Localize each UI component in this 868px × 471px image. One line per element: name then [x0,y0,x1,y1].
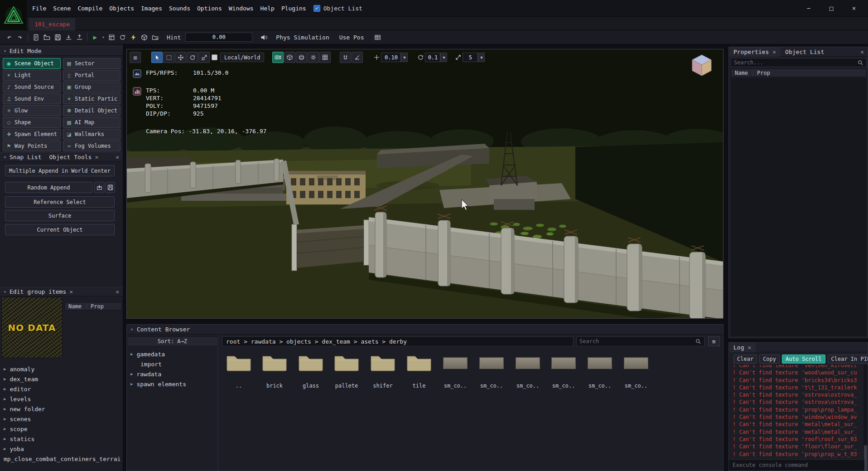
expand-arrow-icon[interactable]: ▶ [4,437,6,441]
sort-header[interactable]: Sort: A→Z [127,336,218,346]
cb-tree-item-gamedata[interactable]: ▶gamedata [127,349,218,359]
content-browser-header[interactable]: ▾ Content Browser [127,325,723,335]
edit-mode-ai-map-button[interactable]: ▩AI Map [63,117,121,128]
log-entries[interactable]: ! Can't find texture 'ven\ven_kirovett !… [733,365,864,458]
rect-select-tool-button[interactable] [163,52,174,63]
edit-mode-shape-button[interactable]: ◇Shape [3,117,61,128]
tab-properties[interactable]: Properties× [729,47,781,57]
tab-close-icon[interactable]: × [772,49,776,55]
save-scene-button[interactable] [52,32,63,43]
cb-tree-item-rawdata[interactable]: ▶rawdata [127,369,218,379]
asset-item[interactable]: sm_co.. [475,349,508,389]
close-button[interactable]: × [845,2,863,14]
use-pos-toggle[interactable]: Use Pos [339,34,364,41]
folder-item-shifer[interactable]: shifer [366,349,400,389]
tree-item-levels[interactable]: ▶levels [0,394,123,404]
play-simulation-button[interactable]: ▶ [90,32,101,43]
hint-value-box[interactable]: 0.00 [185,33,252,42]
tab-close-icon[interactable]: × [69,288,73,295]
tab-log[interactable]: Log× [729,343,756,352]
folder-item-tile[interactable]: tile [402,349,436,389]
edit-mode-detail-objects-button[interactable]: ✽Detail Object [63,105,121,116]
console-input[interactable] [733,462,861,468]
tree-item-mp-close-combat[interactable]: mp_close_combat_conteiners_terrai [0,454,123,464]
validate-button[interactable] [106,32,117,43]
menu-help[interactable]: Help [260,5,275,12]
expand-arrow-icon[interactable]: ▶ [4,417,6,421]
panel-close-icon[interactable]: × [116,154,119,160]
phys-simulation-toggle[interactable]: Phys Simulation [276,34,329,41]
geometry-view-button[interactable] [284,52,295,63]
add-folder-button[interactable] [149,32,160,43]
name-column-header[interactable]: Name [65,303,87,310]
lighting-view-button[interactable] [308,52,319,63]
tree-item-scenes[interactable]: ▶scenes [0,414,123,424]
rotate-tool-button[interactable] [187,52,198,63]
folder-item-glass[interactable]: glass [294,349,328,389]
expand-arrow-icon[interactable]: ▶ [130,352,133,356]
edit-mode-portal-button[interactable]: ▯Portal [63,70,121,81]
export-button[interactable] [74,32,85,43]
edit-mode-sound-env-button[interactable]: ♫Sound Env [3,93,61,104]
tab-close-icon[interactable]: × [95,154,98,160]
tree-item-editor[interactable]: ▶editor [0,384,123,394]
edit-mode-header[interactable]: ▾ Edit Mode [0,46,123,56]
tab-snap-list[interactable]: Snap List [10,154,41,160]
tree-item-yoba[interactable]: ▶yoba [0,444,123,454]
compile-lighting-button[interactable] [128,32,139,43]
redo-button[interactable]: ↷ [14,32,25,43]
prop-column-header[interactable]: Prop [91,303,104,310]
magnet-snap-button[interactable] [340,52,351,63]
edit-mode-scene-object-button[interactable]: ◉Scene Object [3,58,61,69]
prop-column-header[interactable]: Prop [757,70,770,76]
object-list-toggle[interactable]: ✓ Object List [313,5,362,12]
camera-view-button[interactable] [272,52,284,63]
refresh-button[interactable] [117,32,128,43]
scale-tool-button[interactable] [198,52,210,63]
select-tool-button[interactable] [151,52,163,63]
sphere-view-button[interactable] [296,52,307,63]
tree-item-scope[interactable]: ▶scope [0,424,123,434]
scrollbar-thumb[interactable] [864,445,867,471]
rotate-snap-dropdown[interactable]: ▼ [440,53,447,62]
import-button[interactable] [63,32,74,43]
scale-snap-dropdown[interactable]: ▼ [478,53,485,62]
tab-close-icon[interactable]: × [747,344,751,351]
view-mode-button[interactable]: ≡ [708,336,720,346]
angle-snap-button[interactable] [352,52,363,63]
menu-options[interactable]: Options [197,5,222,12]
asset-item[interactable]: sm_co.. [583,349,617,389]
multiple-append-button[interactable]: Multiple Append in World Center [5,165,115,176]
breadcrumb[interactable]: root > rawdata > objects > dex_team > as… [222,336,574,346]
panel-close-icon[interactable]: × [860,49,868,55]
viewport-3d[interactable]: ≡ Local/World [126,49,723,319]
collapse-icon[interactable]: ▾ [4,49,6,53]
minimize-button[interactable]: − [800,2,817,14]
menu-scene[interactable]: Scene [53,5,71,12]
move-tool-button[interactable] [175,52,186,63]
expand-arrow-icon[interactable]: ▶ [4,447,6,451]
edit-mode-sound-source-button[interactable]: ♪Sound Source [3,82,61,92]
move-snap-dropdown[interactable]: ▼ [401,53,408,62]
edit-mode-spawn-element-button[interactable]: ✚Spawn Element [3,129,61,140]
expand-arrow-icon[interactable]: ▶ [130,382,133,386]
grid-view-button[interactable] [372,32,383,43]
random-append-button[interactable]: Random Append [5,182,92,193]
properties-search-input[interactable] [734,59,858,66]
expand-arrow-icon[interactable]: ▶ [4,367,6,371]
scale-snap-value[interactable]: 5 [463,53,478,62]
maximize-button[interactable]: □ [823,2,840,14]
expand-arrow-icon[interactable]: ▶ [130,372,133,376]
asset-item[interactable]: sm_co.. [619,349,653,389]
folder-item-pallete[interactable]: pallete [330,349,363,389]
search-icon[interactable] [858,60,863,66]
package-button[interactable] [139,32,149,43]
asset-item[interactable]: sm_co.. [439,349,472,389]
fps-stat-icon[interactable] [133,69,141,78]
scene-stat-icon[interactable] [133,87,141,96]
edit-mode-way-points-button[interactable]: ⚑Way Points [3,141,61,151]
cb-tree-item-spawn-elements[interactable]: ▶spawn elements [127,379,218,389]
menu-images[interactable]: Images [141,5,162,12]
folder-item-up[interactable]: .. [222,349,256,389]
grid-snap-button[interactable] [319,52,331,63]
